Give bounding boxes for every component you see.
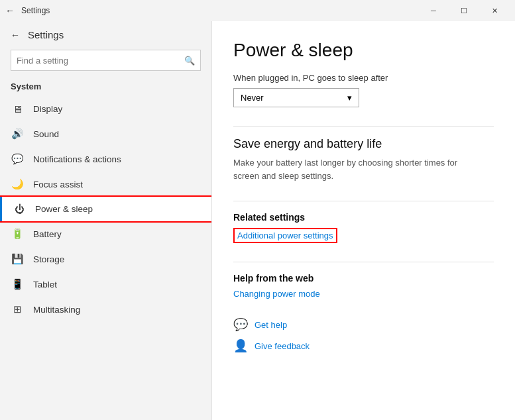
chevron-down-icon: ▾ bbox=[347, 93, 352, 103]
sidebar-section-title: System bbox=[0, 79, 211, 97]
minimize-button[interactable]: ─ bbox=[418, 0, 449, 21]
sidebar-top: ← Settings bbox=[0, 21, 211, 46]
sidebar-item-label: Battery bbox=[33, 229, 62, 239]
sidebar-back-button[interactable]: ← bbox=[11, 30, 20, 40]
sound-icon: 🔊 bbox=[11, 128, 24, 140]
sidebar: ← Settings 🔍 System 🖥 Display 🔊 Sound 💬 … bbox=[0, 21, 212, 420]
search-box: 🔍 bbox=[11, 50, 201, 71]
get-help-item: 💬 Get help bbox=[233, 317, 494, 332]
give-feedback-link[interactable]: Give feedback bbox=[255, 341, 310, 351]
sidebar-item-label: Multitasking bbox=[33, 305, 80, 315]
divider-1 bbox=[233, 126, 494, 127]
sidebar-item-label: Sound bbox=[33, 129, 59, 139]
page-title: Power & sleep bbox=[233, 40, 494, 61]
sidebar-item-battery[interactable]: 🔋 Battery bbox=[0, 221, 211, 246]
power-icon: ⏻ bbox=[13, 203, 26, 215]
help-section: Help from the web Changing power mode bbox=[233, 273, 494, 299]
titlebar-controls: ─ ☐ ✕ bbox=[418, 0, 510, 21]
sidebar-item-notifications[interactable]: 💬 Notifications & actions bbox=[0, 146, 211, 172]
content-area: Power & sleep When plugged in, PC goes t… bbox=[212, 21, 515, 420]
sleep-label: When plugged in, PC goes to sleep after bbox=[233, 73, 494, 83]
titlebar-title: Settings bbox=[21, 6, 50, 15]
tablet-icon: 📱 bbox=[11, 278, 24, 290]
sidebar-item-storage[interactable]: 💾 Storage bbox=[0, 246, 211, 272]
sidebar-item-label: Power & sleep bbox=[35, 204, 93, 214]
back-button[interactable]: ← bbox=[5, 5, 15, 16]
main-container: ← Settings 🔍 System 🖥 Display 🔊 Sound 💬 … bbox=[0, 21, 515, 420]
sidebar-item-multitasking[interactable]: ⊞ Multitasking bbox=[0, 297, 211, 322]
additional-power-settings-link[interactable]: Additional power settings bbox=[233, 228, 337, 243]
save-energy-desc: Make your battery last longer by choosin… bbox=[233, 156, 472, 182]
sidebar-item-focus[interactable]: 🌙 Focus assist bbox=[0, 172, 211, 197]
sidebar-item-label: Notifications & actions bbox=[33, 154, 121, 164]
sidebar-app-title: Settings bbox=[28, 29, 64, 40]
search-container: 🔍 bbox=[0, 46, 211, 79]
storage-icon: 💾 bbox=[11, 253, 24, 265]
sidebar-item-display[interactable]: 🖥 Display bbox=[0, 97, 211, 121]
focus-icon: 🌙 bbox=[11, 178, 24, 190]
save-energy-heading: Save energy and battery life bbox=[233, 137, 494, 151]
display-icon: 🖥 bbox=[11, 103, 24, 115]
multitasking-icon: ⊞ bbox=[11, 303, 24, 315]
sidebar-item-label: Focus assist bbox=[33, 180, 83, 189]
changing-power-mode-link[interactable]: Changing power mode bbox=[233, 289, 494, 299]
get-help-link[interactable]: Get help bbox=[255, 320, 287, 330]
get-help-icon: 💬 bbox=[233, 317, 248, 332]
sidebar-item-sound[interactable]: 🔊 Sound bbox=[0, 121, 211, 146]
give-feedback-icon: 👤 bbox=[233, 339, 248, 353]
notifications-icon: 💬 bbox=[11, 153, 24, 165]
sleep-section: When plugged in, PC goes to sleep after … bbox=[233, 73, 494, 107]
battery-icon: 🔋 bbox=[11, 228, 24, 240]
titlebar: ← Settings ─ ☐ ✕ bbox=[0, 0, 515, 21]
sleep-dropdown-value: Never bbox=[241, 93, 264, 103]
maximize-button[interactable]: ☐ bbox=[449, 0, 479, 21]
help-title: Help from the web bbox=[233, 273, 494, 284]
titlebar-left: ← Settings bbox=[5, 5, 50, 16]
give-feedback-item: 👤 Give feedback bbox=[233, 339, 494, 353]
sidebar-item-label: Storage bbox=[33, 254, 64, 264]
related-settings-title: Related settings bbox=[233, 212, 494, 223]
save-energy-section: Save energy and battery life Make your b… bbox=[233, 137, 494, 182]
sidebar-item-label: Tablet bbox=[33, 280, 57, 289]
divider-3 bbox=[233, 262, 494, 262]
search-input[interactable] bbox=[17, 56, 180, 66]
sidebar-item-power[interactable]: ⏻ Power & sleep bbox=[0, 197, 211, 221]
divider-2 bbox=[233, 201, 494, 201]
sidebar-item-label: Display bbox=[33, 104, 62, 114]
search-icon[interactable]: 🔍 bbox=[184, 56, 195, 66]
close-button[interactable]: ✕ bbox=[479, 0, 510, 21]
sidebar-item-tablet[interactable]: 📱 Tablet bbox=[0, 272, 211, 297]
related-settings-section: Related settings Additional power settin… bbox=[233, 212, 494, 243]
sleep-dropdown[interactable]: Never ▾ bbox=[233, 88, 359, 107]
